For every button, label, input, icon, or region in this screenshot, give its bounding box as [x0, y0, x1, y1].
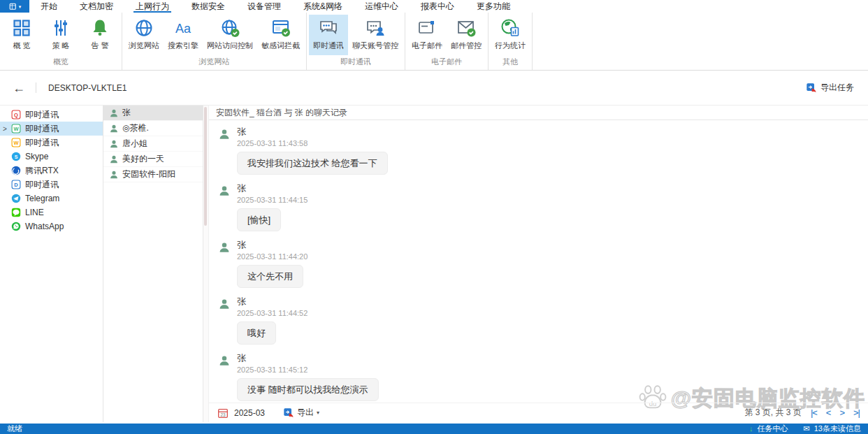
qq-icon: Q — [11, 110, 21, 120]
tab[interactable]: 运维中心 — [354, 0, 410, 13]
contact-item[interactable]: 张 — [103, 106, 203, 121]
message-bubble: 这个先不用 — [237, 265, 303, 288]
person-icon — [109, 154, 119, 164]
contact-item[interactable]: 安固软件-阳阳 — [103, 167, 203, 182]
ribbon-button-chat[interactable]: 即时通讯 — [309, 15, 348, 55]
ribbon-group: 概 览策 略告 警概览 — [0, 13, 122, 70]
next-page-button[interactable]: > — [839, 407, 844, 418]
prev-page-button[interactable]: < — [826, 407, 831, 418]
message-bubble: 没事 随时都可以找我给您演示 — [237, 378, 379, 401]
sidebar-item-label: 腾讯RTX — [25, 165, 59, 177]
unread-messages-button[interactable]: 13条未读信息 — [814, 424, 861, 434]
svg-text:W: W — [13, 140, 19, 146]
ribbon-button-label: 聊天账号管控 — [352, 41, 398, 51]
status-text: 就绪 — [7, 424, 22, 434]
scrollbar-thumb[interactable] — [204, 107, 207, 226]
message-list: 张2025-03-31 11:43:58我安排我们这边技术 给您看一下张2025… — [209, 120, 868, 403]
task-center-button[interactable]: 任务中心 — [758, 424, 788, 434]
ribbon-button-grid[interactable]: 概 览 — [2, 15, 41, 55]
message-sender: 张 — [237, 240, 308, 251]
mail-icon — [417, 18, 437, 38]
contact-name: 唐小姐 — [122, 138, 147, 150]
chat-icon — [319, 18, 338, 38]
message-bubble: 哦好 — [237, 321, 276, 345]
contact-item[interactable]: 美好的一天 — [103, 152, 203, 167]
sidebar-item[interactable]: Q即时通讯 — [0, 108, 103, 122]
tab[interactable]: 设备管理 — [236, 0, 292, 13]
ribbon: 概 览策 略告 警概览浏览网站Aa搜索引擎网站访问控制敏感词拦截浏览网站即时通讯… — [0, 13, 868, 71]
ribbon-button-globe-check[interactable]: 网站访问控制 — [203, 15, 257, 55]
person-icon — [218, 128, 231, 140]
sidebar-item[interactable]: 腾讯RTX — [0, 164, 103, 178]
svg-text:Q: Q — [14, 112, 18, 118]
sidebar-item[interactable]: SSkype — [0, 150, 103, 164]
ribbon-button-aa[interactable]: Aa搜索引擎 — [164, 15, 203, 55]
svg-text:D: D — [14, 182, 18, 188]
bell-icon — [90, 18, 110, 38]
tab[interactable]: 文档加密 — [68, 0, 124, 13]
calendar-icon[interactable]: 23 — [217, 407, 229, 419]
sidebar-item-label: 即时通讯 — [25, 179, 59, 191]
message: 张2025-03-31 11:44:20这个先不用 — [218, 240, 868, 288]
tab[interactable]: 报表中心 — [410, 0, 465, 13]
chat-title: 安固软件_ 猫台酒 与 张 的聊天记录 — [209, 106, 868, 120]
tab[interactable]: 开始 — [29, 0, 68, 13]
tab[interactable]: 系统&网络 — [292, 0, 354, 13]
sidebar-item-label: Skype — [25, 152, 48, 161]
status-bar-right: ↓ 任务中心 ✉ 13条未读信息 — [749, 424, 861, 434]
sidebar-item[interactable]: Telegram — [0, 191, 103, 205]
message-sender: 张 — [237, 353, 379, 364]
sidebar-item-label: Telegram — [25, 194, 59, 203]
ribbon-button-window-shield[interactable]: 敏感词拦截 — [257, 15, 304, 55]
export-button[interactable]: 导出 ▾ — [283, 407, 319, 419]
sidebar-item[interactable]: WhatsApp — [0, 219, 103, 233]
download-arrow-icon: ↓ — [749, 424, 753, 434]
ribbon-group: 即时通讯聊天账号管控即时通讯 — [307, 13, 405, 70]
sidebar-item-label: 即时通讯 — [25, 137, 59, 149]
message-timestamp: 2025-03-31 11:44:15 — [237, 196, 308, 205]
tab[interactable]: 更多功能 — [465, 0, 521, 13]
ribbon-button-chat-person[interactable]: 聊天账号管控 — [348, 15, 403, 55]
scrollbar[interactable] — [203, 106, 209, 422]
contact-name: ◎茶椎. — [122, 122, 149, 134]
contact-item[interactable]: 唐小姐 — [103, 136, 203, 152]
ribbon-group-label: 其他 — [489, 55, 532, 70]
export-tasks-button[interactable]: 导出任务 — [806, 82, 854, 94]
pagination: 第 3 页, 共 3 页 |< < > >| — [745, 407, 860, 419]
contact-item[interactable]: ◎茶椎. — [103, 121, 203, 136]
contact-name: 安固软件-阳阳 — [122, 168, 175, 180]
tab-bar-tabs: 开始文档加密上网行为数据安全设备管理系统&网络运维中心报表中心更多功能 — [29, 0, 521, 13]
ribbon-button-globe[interactable]: 浏览网站 — [124, 15, 164, 55]
ribbon-button-label: 电子邮件 — [412, 41, 442, 51]
ribbon-group-label: 即时通讯 — [307, 55, 405, 70]
ribbon-button-sliders[interactable]: 策 略 — [41, 15, 80, 55]
first-page-button[interactable]: |< — [811, 407, 817, 418]
tab[interactable]: 上网行为 — [124, 0, 180, 13]
sidebar-item[interactable]: LINE — [0, 205, 103, 219]
sidebar-item[interactable]: D即时通讯 — [0, 178, 103, 191]
grid-icon — [12, 18, 31, 38]
message-timestamp: 2025-03-31 11:43:58 — [237, 139, 388, 148]
message-bubble: [愉快] — [237, 208, 281, 231]
skype-icon: S — [11, 152, 21, 161]
globe-chart-icon — [500, 18, 520, 38]
person-icon — [109, 108, 119, 118]
person-icon — [218, 241, 231, 254]
caret-down-icon: ▾ — [19, 4, 22, 9]
sidebar-item[interactable]: W即时通讯 — [0, 136, 103, 150]
ribbon-button-mail[interactable]: 电子邮件 — [407, 15, 447, 55]
expand-chevron-icon[interactable]: > — [3, 125, 7, 133]
last-page-button[interactable]: >| — [853, 407, 860, 418]
app-menu-button[interactable]: ▾ — [0, 0, 29, 13]
month-picker[interactable]: 2025-03 — [234, 408, 265, 418]
ribbon-button-globe-chart[interactable]: 行为统计 — [491, 15, 530, 55]
sidebar-item[interactable]: >W即时通讯 — [0, 122, 103, 136]
message: 张2025-03-31 11:44:52哦好 — [218, 296, 868, 345]
tab[interactable]: 数据安全 — [180, 0, 236, 13]
back-button[interactable]: ← — [13, 82, 25, 94]
ribbon-button-bell[interactable]: 告 警 — [80, 15, 120, 55]
ribbon-button-mail-shield[interactable]: 邮件管控 — [447, 15, 486, 55]
contact-name: 张 — [122, 107, 131, 119]
ribbon-group: 电子邮件邮件管控电子邮件 — [405, 13, 489, 70]
export-label: 导出 — [297, 407, 314, 419]
